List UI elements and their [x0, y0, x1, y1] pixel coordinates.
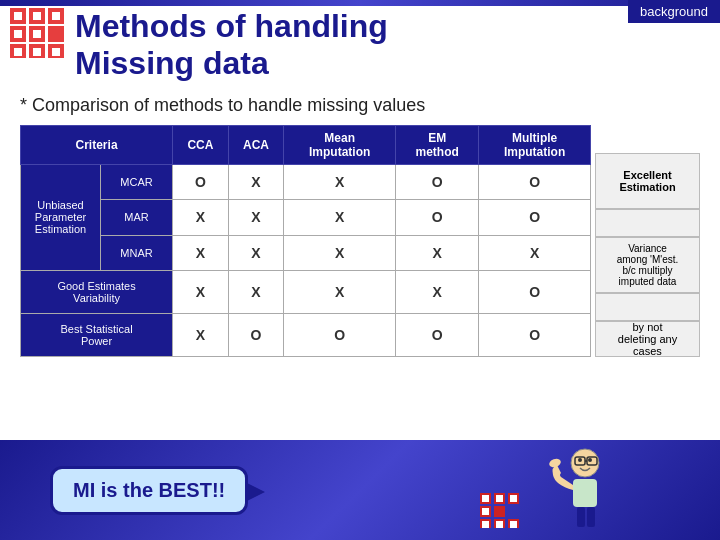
cell-mcar-mean: X	[284, 165, 396, 200]
cell-mcar-em: O	[396, 165, 479, 200]
svg-rect-35	[482, 495, 489, 502]
svg-rect-23	[573, 479, 597, 507]
group-good-estimates: Good EstimatesVariability	[21, 270, 173, 313]
cell-good-em: X	[396, 270, 479, 313]
svg-rect-12	[14, 30, 22, 38]
cell-mar-mean: X	[284, 200, 396, 235]
annotation-bynot: by notdeleting anycases	[595, 321, 700, 357]
table-row: MNAR X X X X X	[21, 235, 591, 270]
svg-rect-25	[577, 507, 585, 527]
cell-power-multiple: O	[479, 313, 591, 356]
cell-mnar-multiple: X	[479, 235, 591, 270]
svg-rect-16	[52, 48, 60, 56]
title-block: Methods of handling Missing data	[75, 8, 388, 82]
svg-rect-31	[494, 506, 505, 517]
col-multiple: MultipleImputation	[479, 126, 591, 165]
annotations-panel: ExcellentEstimation Varianceamong 'M'est…	[595, 153, 700, 357]
subtitle: * Comparison of methods to handle missin…	[20, 95, 425, 116]
annotation-empty1	[595, 209, 700, 237]
table-row: UnbiasedParameterEstimation MCAR O X X O…	[21, 165, 591, 200]
cell-mar-multiple: O	[479, 200, 591, 235]
cell-mnar-mean: X	[284, 235, 396, 270]
bottom-section: MI is the BEST!!	[0, 440, 720, 540]
col-criteria: Criteria	[21, 126, 173, 165]
group-unbiased: UnbiasedParameterEstimation	[21, 165, 101, 271]
cell-power-em: O	[396, 313, 479, 356]
annotation-variance: Varianceamong 'M'est.b/c multiplyimputed…	[595, 237, 700, 293]
svg-rect-40	[496, 521, 503, 528]
col-mean: MeanImputation	[284, 126, 396, 165]
svg-point-24	[548, 457, 562, 469]
svg-rect-10	[33, 12, 41, 20]
cell-mar-cca: X	[173, 200, 229, 235]
mi-best-bubble: MI is the BEST!!	[50, 466, 248, 515]
cell-power-aca: O	[228, 313, 284, 356]
cell-power-cca: X	[173, 313, 229, 356]
thumbs-up-person	[525, 445, 610, 535]
cell-mnar-cca: X	[173, 235, 229, 270]
cell-mcar-cca: O	[173, 165, 229, 200]
cell-good-cca: X	[173, 270, 229, 313]
annotation-excellent: ExcellentEstimation	[595, 153, 700, 209]
svg-point-19	[588, 458, 592, 462]
stata-logo-bottom	[480, 493, 520, 528]
page-title: Methods of handling Missing data	[75, 8, 388, 82]
background-button[interactable]: background	[628, 0, 720, 23]
comparison-table: Criteria CCA ACA MeanImputation EMmethod…	[20, 125, 591, 357]
svg-rect-41	[510, 521, 517, 528]
col-em: EMmethod	[396, 126, 479, 165]
svg-rect-14	[14, 48, 22, 56]
label-mnar: MNAR	[101, 235, 173, 270]
annotation-empty2	[595, 293, 700, 321]
svg-rect-9	[14, 12, 22, 20]
main-container: background Methods of ha	[0, 0, 720, 540]
label-mcar: MCAR	[101, 165, 173, 200]
cell-mnar-aca: X	[228, 235, 284, 270]
cell-power-mean: O	[284, 313, 396, 356]
svg-point-18	[578, 458, 582, 462]
svg-rect-15	[33, 48, 41, 56]
svg-rect-37	[510, 495, 517, 502]
col-cca: CCA	[173, 126, 229, 165]
label-mar: MAR	[101, 200, 173, 235]
svg-rect-5	[48, 26, 64, 42]
svg-rect-39	[482, 521, 489, 528]
header: Methods of handling Missing data	[10, 8, 388, 82]
table-row: Good EstimatesVariability X X X X O	[21, 270, 591, 313]
cell-mcar-aca: X	[228, 165, 284, 200]
svg-rect-36	[496, 495, 503, 502]
cell-good-aca: X	[228, 270, 284, 313]
table-container: Criteria CCA ACA MeanImputation EMmethod…	[20, 125, 700, 357]
cell-mar-em: O	[396, 200, 479, 235]
svg-rect-11	[52, 12, 60, 20]
svg-rect-13	[33, 30, 41, 38]
table-row: Best StatisticalPower X O O O O	[21, 313, 591, 356]
cell-mar-aca: X	[228, 200, 284, 235]
stata-logo	[10, 8, 65, 58]
svg-rect-26	[587, 507, 595, 527]
cell-mnar-em: X	[396, 235, 479, 270]
cell-good-mean: X	[284, 270, 396, 313]
cell-good-multiple: O	[479, 270, 591, 313]
top-bar	[0, 0, 720, 6]
table-row: MAR X X X O O	[21, 200, 591, 235]
svg-rect-38	[482, 508, 489, 515]
group-best-power: Best StatisticalPower	[21, 313, 173, 356]
col-aca: ACA	[228, 126, 284, 165]
cell-mcar-multiple: O	[479, 165, 591, 200]
